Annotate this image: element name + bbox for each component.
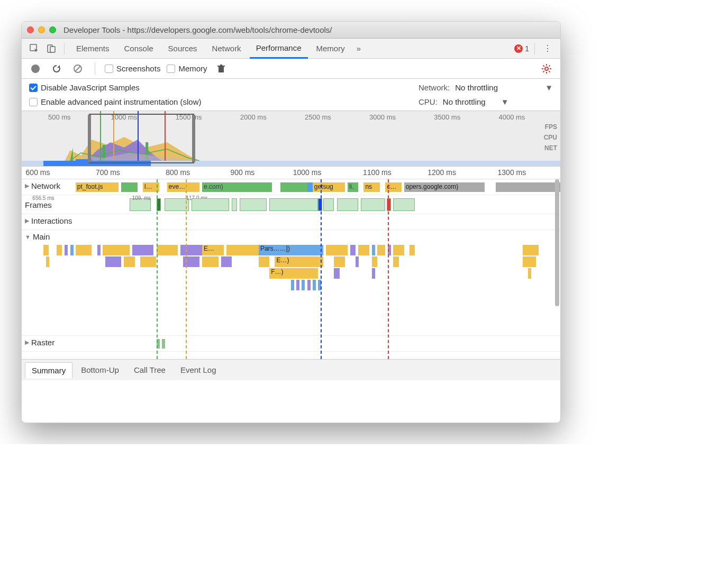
devtools-window: Developer Tools - https://developers.goo… (21, 21, 561, 423)
error-count: 1 (525, 44, 529, 53)
tab-event-log[interactable]: Event Log (174, 362, 223, 378)
net-request[interactable]: getsug (313, 182, 345, 192)
marker-line (321, 179, 322, 359)
frame[interactable] (269, 198, 318, 211)
tab-performance[interactable]: Performance (250, 39, 308, 59)
inspect-icon[interactable] (27, 41, 42, 56)
reload-icon[interactable] (49, 61, 64, 76)
track-main[interactable]: ▼Main E… Pars……]) (22, 230, 560, 336)
tab-bottom-up[interactable]: Bottom-Up (75, 362, 125, 378)
network-throttle-select[interactable]: Network: No throttling ▼ (418, 83, 553, 92)
svg-rect-7 (220, 65, 222, 66)
minimize-icon[interactable] (38, 26, 45, 33)
record-icon[interactable] (28, 61, 43, 76)
net-request[interactable]: ns (363, 182, 380, 192)
tab-network[interactable]: Network (206, 39, 248, 59)
net-request[interactable] (280, 182, 307, 192)
svg-rect-5 (219, 67, 224, 72)
kebab-menu-icon[interactable]: ⋮ (540, 41, 555, 56)
frame[interactable] (337, 198, 359, 211)
tab-sources[interactable]: Sources (162, 39, 204, 59)
window-controls (27, 26, 56, 33)
frame[interactable] (361, 198, 385, 211)
detail-ruler: 600 ms 700 ms 800 ms 900 ms 1000 ms 1100… (22, 167, 560, 179)
separator (64, 43, 65, 54)
net-request[interactable]: opers.google.com) (404, 182, 485, 192)
capture-settings: Disable JavaScript Samples Network: No t… (22, 79, 560, 111)
device-toggle-icon[interactable] (44, 41, 59, 56)
track-raster[interactable]: ▶Raster (22, 336, 560, 352)
enable-paint-checkbox[interactable]: Enable advanced paint instrumentation (s… (29, 97, 408, 106)
track-frames[interactable]: Frames 656.5 ms 109. ms 117.0 ms (22, 195, 560, 214)
svg-line-13 (543, 65, 544, 66)
trash-icon[interactable] (214, 61, 229, 76)
selection-handle-left[interactable] (88, 115, 91, 162)
frame-time: 109. ms (132, 195, 151, 201)
window-title: Developer Tools - https://developers.goo… (63, 25, 332, 34)
error-icon: ✕ (514, 44, 523, 53)
scrollbar-thumb[interactable] (555, 179, 559, 306)
separator (95, 63, 95, 75)
tab-memory[interactable]: Memory (310, 39, 351, 59)
performance-toolbar: Screenshots Memory (22, 59, 560, 79)
disable-js-samples-checkbox[interactable]: Disable JavaScript Samples (29, 83, 408, 92)
svg-point-8 (545, 67, 548, 70)
marker-line (157, 179, 158, 359)
zoom-icon[interactable] (49, 26, 56, 33)
svg-line-4 (75, 66, 80, 71)
marker-line (388, 179, 389, 359)
tab-call-tree[interactable]: Call Tree (128, 362, 172, 378)
clear-icon[interactable] (70, 61, 85, 76)
net-request[interactable] (307, 182, 313, 192)
net-request[interactable] (496, 182, 560, 192)
frame[interactable] (192, 198, 229, 211)
chevron-down-icon: ▼ (545, 83, 553, 92)
chevron-down-icon: ▼ (501, 97, 509, 106)
tab-summary[interactable]: Summary (25, 362, 72, 379)
frame[interactable] (393, 198, 415, 211)
net-request[interactable]: li. (348, 182, 358, 192)
net-request[interactable]: eve… (167, 182, 199, 192)
titlebar: Developer Tools - https://developers.goo… (22, 22, 560, 39)
svg-rect-2 (50, 47, 55, 52)
panel-tabs: Elements Console Sources Network Perform… (22, 39, 560, 59)
cpu-throttle-select[interactable]: CPU: No throttling ▼ (418, 97, 553, 106)
details-tabs: Summary Bottom-Up Call Tree Event Log (22, 359, 560, 380)
flamechart-area[interactable]: ▶Network pt_foot.js l… eve… e.com) getsu… (22, 179, 560, 359)
marker-line (186, 179, 187, 359)
tab-elements[interactable]: Elements (70, 39, 116, 59)
tabs-overflow-icon[interactable]: » (353, 39, 364, 59)
net-request[interactable]: e.com) (202, 182, 272, 192)
settings-gear-icon[interactable] (539, 61, 554, 76)
track-interactions[interactable]: ▶Interactions (22, 214, 560, 230)
memory-checkbox[interactable]: Memory (167, 64, 207, 73)
track-network[interactable]: ▶Network pt_foot.js l… eve… e.com) getsu… (22, 179, 560, 195)
frame[interactable] (323, 198, 334, 211)
chevron-right-icon[interactable]: ▶ (25, 339, 29, 346)
selection-handle-right[interactable] (192, 115, 195, 162)
frame[interactable] (232, 198, 237, 211)
overview-timeline[interactable]: 500 ms 1000 ms 1500 ms 2000 ms 2500 ms 3… (22, 111, 560, 167)
separator (534, 43, 535, 54)
overview-selection[interactable] (89, 114, 194, 163)
frame[interactable] (240, 198, 267, 211)
frame[interactable] (165, 198, 189, 211)
svg-line-14 (549, 71, 550, 72)
chevron-right-icon[interactable]: ▶ (25, 182, 29, 189)
svg-rect-6 (217, 66, 225, 67)
net-request[interactable] (121, 182, 138, 192)
chevron-down-icon[interactable]: ▼ (25, 234, 31, 240)
close-icon[interactable] (27, 26, 34, 33)
vertical-scrollbar[interactable] (555, 179, 559, 359)
net-request[interactable]: pt_foot.js (76, 182, 119, 192)
svg-line-15 (543, 71, 544, 72)
tab-console[interactable]: Console (118, 39, 160, 59)
svg-line-16 (549, 65, 550, 66)
error-badge[interactable]: ✕ 1 (514, 44, 529, 53)
screenshots-checkbox[interactable]: Screenshots (105, 64, 160, 73)
chevron-right-icon[interactable]: ▶ (25, 217, 29, 224)
